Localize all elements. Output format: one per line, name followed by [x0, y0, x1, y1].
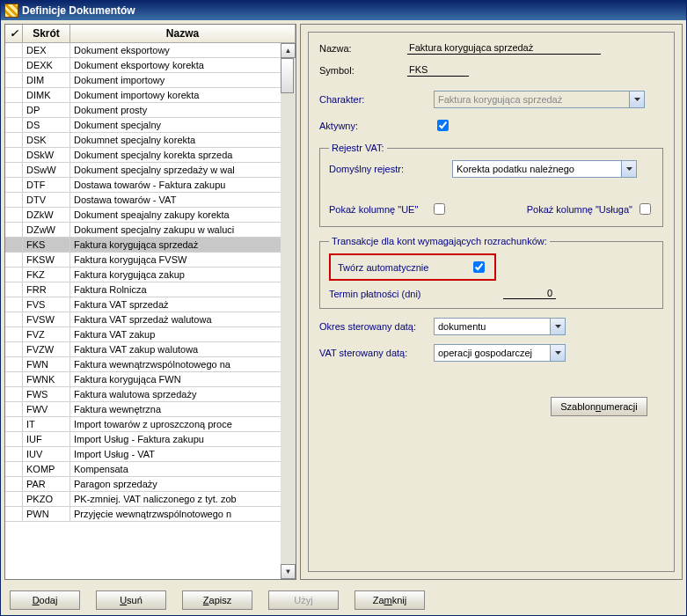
row-check[interactable] — [5, 193, 23, 208]
table-row[interactable]: DSkWDokument specjalny korekta sprzeda — [5, 148, 296, 163]
row-check[interactable] — [5, 462, 23, 477]
table-row[interactable]: FKSFaktura korygująca sprzedaż — [5, 238, 296, 253]
termin-value[interactable]: 0 — [503, 288, 556, 299]
table-row[interactable]: DIMDokument importowy — [5, 73, 296, 88]
auto-create-checkbox[interactable] — [473, 261, 485, 273]
row-check[interactable] — [5, 163, 23, 178]
row-check[interactable] — [5, 282, 23, 297]
table-row[interactable]: PARParagon sprzedaży — [5, 477, 296, 492]
row-check[interactable] — [5, 402, 23, 417]
row-check[interactable] — [5, 178, 23, 193]
chevron-down-icon[interactable] — [629, 92, 644, 107]
table-row[interactable]: DIMKDokument importowy korekta — [5, 88, 296, 103]
row-check[interactable] — [5, 208, 23, 223]
uzyj-button[interactable]: Użyj — [268, 590, 339, 610]
row-check[interactable] — [5, 477, 23, 492]
row-check[interactable] — [5, 507, 23, 522]
table-row[interactable]: FVSWFaktura VAT sprzedaż walutowa — [5, 312, 296, 327]
table-row[interactable]: DPDokument prosty — [5, 103, 296, 118]
aktywny-label: Aktywny: — [319, 121, 407, 131]
row-check[interactable] — [5, 447, 23, 462]
row-check[interactable] — [5, 327, 23, 342]
table-row[interactable]: DSDokument specjalny — [5, 118, 296, 133]
row-check[interactable] — [5, 342, 23, 357]
row-check[interactable] — [5, 253, 23, 268]
table-row[interactable]: DEXDokument eksportowy — [5, 43, 296, 58]
charakter-combo[interactable]: Faktura korygująca sprzedaż — [434, 91, 645, 108]
table-row[interactable]: FKZFaktura korygująca zakup — [5, 268, 296, 282]
table-row[interactable]: DZkWDokument speajalny zakupy korekta — [5, 208, 296, 223]
chevron-down-icon[interactable] — [550, 319, 565, 334]
szablon-numeracji-button[interactable]: Szablon numeracji — [551, 397, 647, 416]
chevron-down-icon[interactable] — [550, 345, 565, 361]
table-row[interactable]: IUVImport Usług - VAT — [5, 447, 296, 462]
row-check[interactable] — [5, 432, 23, 447]
zapisz-button[interactable]: Zapisz — [182, 590, 252, 610]
row-check[interactable] — [5, 387, 23, 402]
col-skrot[interactable]: Skrót — [23, 25, 70, 42]
row-check[interactable] — [5, 372, 23, 387]
symbol-field[interactable] — [407, 63, 469, 77]
row-check[interactable] — [5, 492, 23, 507]
table-row[interactable]: DTVDostawa towarów - VAT — [5, 193, 296, 208]
dodaj-button[interactable]: Dodaj — [10, 590, 80, 610]
table-row[interactable]: FWNKFaktura korygująca FWN — [5, 372, 296, 387]
chevron-down-icon[interactable] — [621, 161, 636, 177]
table-row[interactable]: DSKDokumnet specjalny korekta — [5, 133, 296, 148]
scroll-down-icon[interactable]: ▼ — [281, 564, 296, 579]
table-row[interactable]: DSwWDokument specjalny sprzedaży w wal — [5, 163, 296, 178]
row-skrot: DEX — [23, 43, 70, 58]
scroll-track[interactable] — [281, 58, 296, 564]
usun-button[interactable]: Usuń — [96, 590, 166, 610]
table-row[interactable]: FKSWFaktura korygująca FVSW — [5, 253, 296, 268]
row-nazwa: Faktura walutowa sprzedaży — [70, 387, 296, 402]
table-row[interactable]: PKZOPK-zmniej. VAT naliczonego z tyt. zo… — [5, 492, 296, 507]
row-check[interactable] — [5, 58, 23, 73]
row-check[interactable] — [5, 238, 23, 253]
row-check[interactable] — [5, 73, 23, 88]
row-check[interactable] — [5, 118, 23, 133]
row-check[interactable] — [5, 133, 23, 148]
row-skrot: FRR — [23, 282, 70, 297]
row-check[interactable] — [5, 268, 23, 282]
scroll-up-icon[interactable]: ▲ — [281, 43, 296, 58]
row-check[interactable] — [5, 148, 23, 163]
table-row[interactable]: FWSFaktura walutowa sprzedaży — [5, 387, 296, 402]
row-nazwa: Faktura VAT zakup walutowa — [70, 342, 296, 357]
okres-combo[interactable]: dokumentu — [434, 318, 566, 335]
table-row[interactable]: DTFDostawa towarów - Faktura zakupu — [5, 178, 296, 193]
scroll-thumb[interactable] — [281, 58, 294, 93]
zamknij-button[interactable]: Zamknij — [354, 590, 425, 610]
row-check[interactable] — [5, 312, 23, 327]
scrollbar[interactable]: ▲ ▼ — [281, 43, 296, 579]
vat-ster-combo[interactable]: operacji gospodarczej — [434, 344, 566, 362]
table-row[interactable]: FVZWFaktura VAT zakup walutowa — [5, 342, 296, 357]
row-check[interactable] — [5, 223, 23, 238]
row-check[interactable] — [5, 88, 23, 103]
table-row[interactable]: ITImport towarów z uproszczoną proce — [5, 417, 296, 432]
table-row[interactable]: FVSFaktura VAT sprzedaż — [5, 297, 296, 312]
table-row[interactable]: IUFImport Usług - Faktura zakupu — [5, 432, 296, 447]
table-row[interactable]: PWNPrzyjęcie wewnątrzwspólnotowego n — [5, 507, 296, 522]
col-check[interactable]: ✓ — [5, 25, 23, 42]
table-row[interactable]: FWVFaktura wewnętrzna — [5, 402, 296, 417]
nazwa-field[interactable] — [407, 41, 601, 55]
table-row[interactable]: DEXKDokument eksportowy korekta — [5, 58, 296, 73]
col-ue-checkbox[interactable] — [434, 203, 445, 215]
default-register-combo[interactable]: Korekta podatku należnego — [452, 160, 637, 178]
row-check[interactable] — [5, 357, 23, 372]
row-check[interactable] — [5, 103, 23, 118]
row-check[interactable] — [5, 297, 23, 312]
table-row[interactable]: KOMPKompensata — [5, 462, 296, 477]
row-nazwa: PK-zmniej. VAT naliczonego z tyt. zob — [70, 492, 296, 507]
table-row[interactable]: DZwWDokument specjalny zakupu w waluci — [5, 223, 296, 238]
table-row[interactable]: FRRFaktura Rolnicza — [5, 282, 296, 297]
col-nazwa[interactable]: Nazwa — [70, 25, 296, 42]
table-row[interactable]: FVZFaktura VAT zakup — [5, 327, 296, 342]
table-row[interactable]: FWNFaktura wewnątrzwspólnotowego na — [5, 357, 296, 372]
row-nazwa: Dokument specjalny zakupu w waluci — [70, 223, 296, 238]
row-check[interactable] — [5, 43, 23, 58]
row-check[interactable] — [5, 417, 23, 432]
aktywny-checkbox[interactable] — [437, 120, 449, 131]
col-usluga-checkbox[interactable] — [639, 203, 651, 215]
